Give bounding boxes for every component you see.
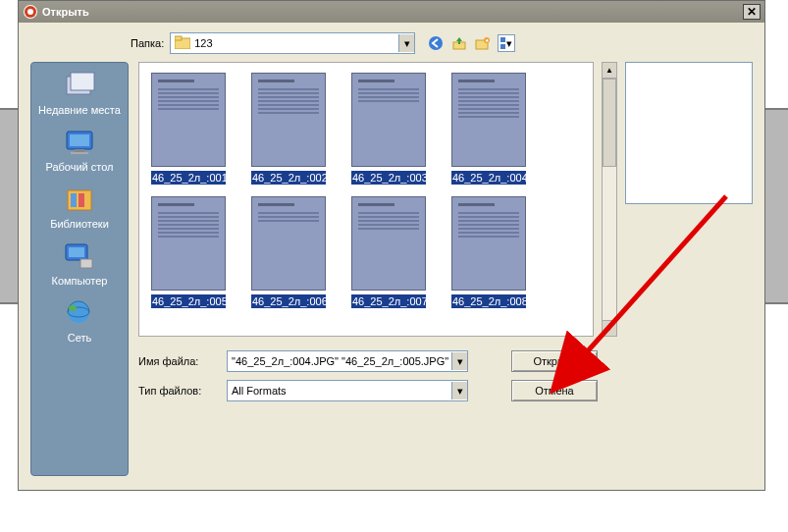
places-sidebar: Недавние места Рабочий стол Библиотеки К… [30, 62, 129, 476]
recent-icon [60, 69, 99, 102]
file-thumb[interactable]: 46_25_2л_:003 [351, 73, 426, 185]
filetype-dropdown[interactable]: All Formats ▾ [227, 380, 468, 401]
cancel-button[interactable]: Отмена [511, 380, 598, 401]
file-thumb[interactable]: 46_25_2л_:005 [151, 196, 226, 308]
svg-rect-22 [79, 193, 84, 207]
file-thumb[interactable]: 46_25_2л_:008 [451, 196, 526, 308]
app-icon [23, 4, 38, 20]
sidebar-recent[interactable]: Недавние места [34, 69, 125, 116]
scroll-up-icon[interactable]: ▲ [603, 63, 616, 79]
folder-label: Папка: [131, 37, 164, 49]
network-icon [60, 296, 99, 330]
svg-rect-21 [71, 193, 77, 207]
filename-input[interactable]: "46_25_2л_:004.JPG" "46_25_2л_:005.JPG" … [227, 350, 468, 372]
vertical-scrollbar[interactable]: ▲ ▼ [602, 62, 617, 337]
svg-rect-12 [500, 44, 505, 49]
folder-dropdown-arrow[interactable]: ▾ [398, 34, 414, 52]
svg-rect-25 [80, 259, 92, 268]
libraries-icon [60, 183, 99, 216]
folder-dropdown[interactable]: 123 ▾ [170, 32, 415, 54]
filename-label: Имя файла: [138, 355, 217, 367]
thumbnail-grid: 46_25_2л_:001 46_25_2л_:002 46_25_2л_:00… [151, 73, 581, 308]
file-thumb[interactable]: 46_25_2л_:007 [351, 196, 426, 308]
view-menu-icon[interactable]: ▾ [498, 34, 515, 52]
new-folder-icon[interactable]: ★ [474, 34, 492, 52]
preview-pane [625, 62, 753, 204]
svg-point-28 [69, 305, 77, 311]
folder-value: 123 [194, 37, 212, 49]
title-bar: Открыть ✕ [19, 1, 764, 23]
filetype-dropdown-arrow[interactable]: ▾ [451, 382, 467, 399]
svg-rect-24 [69, 247, 84, 257]
file-thumb[interactable]: 46_25_2л_:001 [151, 73, 226, 185]
svg-rect-15 [71, 73, 94, 90]
file-list-pane[interactable]: 46_25_2л_:001 46_25_2л_:002 46_25_2л_:00… [138, 62, 594, 337]
svg-point-2 [27, 9, 33, 15]
open-file-dialog: Открыть ✕ Папка: 123 ▾ ★ ▾ [18, 0, 765, 491]
file-thumb[interactable]: 46_25_2л_:006 [251, 196, 326, 308]
svg-rect-19 [71, 152, 88, 154]
computer-icon [60, 239, 99, 273]
desktop-icon [60, 126, 99, 159]
filename-dropdown-arrow[interactable]: ▾ [451, 352, 467, 370]
sidebar-libraries[interactable]: Библиотеки [34, 183, 125, 230]
dialog-title: Открыть [42, 6, 89, 18]
svg-rect-18 [75, 149, 84, 152]
svg-rect-17 [70, 134, 89, 146]
open-button[interactable]: Открыть [511, 350, 598, 372]
close-button[interactable]: ✕ [743, 4, 761, 20]
sidebar-network[interactable]: Сеть [34, 296, 125, 344]
svg-rect-4 [175, 36, 182, 40]
svg-point-5 [429, 36, 443, 50]
svg-rect-10 [500, 37, 505, 42]
sidebar-computer[interactable]: Компьютер [34, 239, 125, 287]
file-thumb[interactable]: 46_25_2л_:002 [251, 73, 326, 185]
folder-select-row: Папка: 123 ▾ ★ ▾ [131, 32, 753, 54]
folder-icon [175, 35, 190, 51]
scroll-thumb[interactable] [603, 79, 616, 167]
up-level-icon[interactable] [450, 34, 468, 52]
back-icon[interactable] [427, 34, 445, 52]
filetype-label: Тип файлов: [138, 385, 217, 397]
file-thumb[interactable]: 46_25_2л_:004 [451, 73, 526, 185]
scroll-down-icon[interactable]: ▼ [603, 320, 616, 336]
sidebar-desktop[interactable]: Рабочий стол [34, 126, 125, 173]
